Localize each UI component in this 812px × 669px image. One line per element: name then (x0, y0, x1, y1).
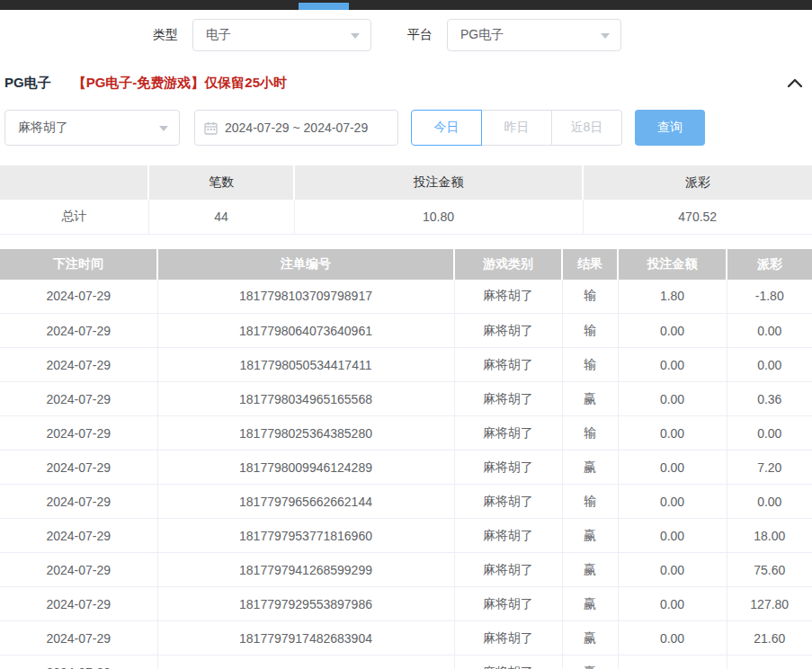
summary-header-count: 笔数 (148, 165, 294, 200)
order-no-cell: 1817797929553897986 (157, 587, 454, 621)
today-button[interactable]: 今日 (411, 110, 482, 146)
summary-header-empty (0, 165, 148, 200)
order-no-cell: 1817798025364385280 (157, 416, 454, 450)
summary-header-payout: 派彩 (583, 165, 812, 200)
result-cell: 赢 (562, 519, 618, 553)
header-order-no: 注单编号 (157, 249, 454, 280)
game-type-cell: 麻将胡了 (454, 519, 562, 553)
header-bet-amount: 投注金额 (618, 249, 727, 280)
date-range-value: 2024-07-29 ~ 2024-07-29 (225, 120, 368, 135)
order-no-cell: 1817798103709798917 (157, 280, 454, 314)
calendar-icon (204, 121, 218, 135)
game-type-cell: 麻将胡了 (454, 416, 562, 450)
collapse-button[interactable] (787, 77, 803, 88)
payout-cell: 127.80 (727, 587, 812, 621)
bet-amount-cell: 0.00 (618, 519, 727, 553)
payout-cell: 75.60 (727, 553, 812, 587)
section-header: PG电子 【PG电子-免费游戏】仅保留25小时 (0, 75, 812, 91)
last-8-days-button[interactable]: 近8日 (551, 110, 622, 146)
table-row: 2024-07-29 麻将胡了 赢 (0, 656, 812, 669)
summary-total-count: 44 (148, 200, 294, 234)
game-type-cell: 麻将胡了 (454, 382, 562, 416)
type-select[interactable]: 电子 (192, 19, 371, 51)
order-no-cell: 1817797965662662144 (157, 485, 454, 519)
table-row: 2024-07-29 1817798034965165568 麻将胡了 赢 0.… (0, 382, 812, 416)
header-game-type: 游戏类别 (454, 249, 562, 280)
summary-total-bet-amount: 10.80 (294, 200, 583, 234)
yesterday-button[interactable]: 昨日 (481, 110, 552, 146)
type-label: 类型 (153, 27, 178, 43)
game-type-cell: 麻将胡了 (454, 621, 562, 656)
result-cell: 输 (562, 485, 618, 519)
result-cell: 赢 (562, 587, 618, 621)
order-no-cell: 1817797941268599299 (157, 553, 454, 587)
summary-total-label: 总计 (0, 200, 148, 234)
bet-date-cell: 2024-07-29 (0, 621, 157, 656)
game-select[interactable]: 麻将胡了 (4, 110, 180, 146)
result-cell: 赢 (562, 656, 618, 669)
table-row: 2024-07-29 1817798103709798917 麻将胡了 输 1.… (0, 280, 812, 314)
result-cell: 输 (562, 314, 618, 348)
table-row: 2024-07-29 1817797941268599299 麻将胡了 赢 0.… (0, 553, 812, 587)
bet-date-cell: 2024-07-29 (0, 587, 157, 621)
game-type-cell: 麻将胡了 (454, 450, 562, 485)
filter-row: 类型 电子 平台 PG电子 (0, 19, 812, 51)
result-cell: 输 (562, 280, 618, 314)
order-no-cell: 1817797917482683904 (157, 621, 454, 656)
table-row: 2024-07-29 1817798009946124289 麻将胡了 赢 0.… (0, 450, 812, 485)
date-range-input[interactable]: 2024-07-29 ~ 2024-07-29 (194, 110, 398, 146)
payout-cell: 0.00 (727, 485, 812, 519)
table-row: 2024-07-29 1817798025364385280 麻将胡了 输 0.… (0, 416, 812, 450)
quick-date-button-group: 今日 昨日 近8日 (411, 110, 622, 146)
active-tab-indicator (299, 3, 349, 10)
payout-cell: 21.60 (727, 621, 812, 656)
result-cell: 输 (562, 348, 618, 382)
table-header-row: 下注时间 注单编号 游戏类别 结果 投注金额 派彩 (0, 249, 812, 280)
payout-cell: 0.00 (727, 416, 812, 450)
bet-date-cell: 2024-07-29 (0, 519, 157, 553)
summary-total-row: 总计 44 10.80 470.52 (0, 200, 812, 234)
payout-cell: 0.00 (727, 314, 812, 348)
header-result: 结果 (562, 249, 618, 280)
payout-cell: -1.80 (727, 280, 812, 314)
payout-cell: 0.00 (727, 348, 812, 382)
header-bet-time: 下注时间 (0, 249, 157, 280)
table-row: 2024-07-29 1817797953771816960 麻将胡了 赢 0.… (0, 519, 812, 553)
bet-amount-cell: 0.00 (618, 450, 727, 485)
table-row: 2024-07-29 1817797965662662144 麻将胡了 输 0.… (0, 485, 812, 519)
game-type-cell: 麻将胡了 (454, 656, 562, 669)
bet-amount-cell (618, 656, 727, 669)
type-select-value: 电子 (206, 27, 231, 43)
table-row: 2024-07-29 1817797929553897986 麻将胡了 赢 0.… (0, 587, 812, 621)
game-type-cell: 麻将胡了 (454, 587, 562, 621)
bet-amount-cell: 0.00 (618, 587, 727, 621)
bet-amount-cell: 0.00 (618, 348, 727, 382)
game-type-cell: 麻将胡了 (454, 348, 562, 382)
bet-date-cell: 2024-07-29 (0, 553, 157, 587)
bet-amount-cell: 0.00 (618, 416, 727, 450)
bet-amount-cell: 0.00 (618, 553, 727, 587)
summary-table: 笔数 投注金额 派彩 总计 44 10.80 470.52 (0, 165, 812, 235)
order-no-cell: 1817797953771816960 (157, 519, 454, 553)
section-title: PG电子 (4, 75, 51, 92)
game-type-cell: 麻将胡了 (454, 485, 562, 519)
chevron-down-icon (351, 33, 360, 39)
result-cell: 赢 (562, 382, 618, 416)
table-row: 2024-07-29 1817797917482683904 麻将胡了 赢 0.… (0, 621, 812, 656)
table-row: 2024-07-29 1817798050534417411 麻将胡了 输 0.… (0, 348, 812, 382)
bet-date-cell: 2024-07-29 (0, 348, 157, 382)
top-nav-bar (0, 0, 812, 10)
result-cell: 输 (562, 416, 618, 450)
order-no-cell: 1817798034965165568 (157, 382, 454, 416)
summary-total-payout: 470.52 (583, 200, 812, 234)
bet-date-cell: 2024-07-29 (0, 280, 157, 314)
payout-cell: 18.00 (727, 519, 812, 553)
platform-select-value: PG电子 (460, 27, 504, 43)
order-no-cell (157, 656, 454, 669)
bet-amount-cell: 0.00 (618, 485, 727, 519)
bet-date-cell: 2024-07-29 (0, 656, 157, 669)
search-button[interactable]: 查询 (635, 110, 705, 146)
bet-amount-cell: 0.00 (618, 314, 727, 348)
platform-select[interactable]: PG电子 (447, 19, 621, 51)
payout-cell: 7.20 (727, 450, 812, 485)
